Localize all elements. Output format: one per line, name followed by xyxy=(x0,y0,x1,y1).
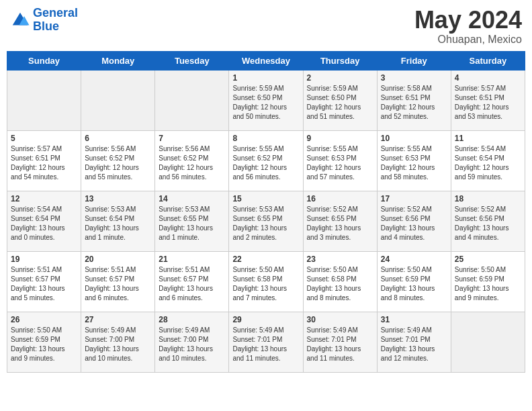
calendar-cell xyxy=(155,70,229,130)
day-number: 28 xyxy=(159,315,225,324)
sunset-label: Sunset: 6:52 PM xyxy=(232,154,282,162)
day-number: 23 xyxy=(307,255,373,264)
sunset-label: Sunset: 6:55 PM xyxy=(232,215,282,222)
calendar-cell: 31 Sunrise: 5:49 AM Sunset: 7:01 PM Dayl… xyxy=(377,312,451,372)
day-number: 4 xyxy=(455,73,521,83)
calendar-cell: 21 Sunrise: 5:51 AM Sunset: 6:57 PM Dayl… xyxy=(155,251,229,312)
daylight-label: Daylight: 13 hours and 11 minutes. xyxy=(232,345,287,362)
day-number: 29 xyxy=(232,315,299,324)
day-number: 6 xyxy=(85,134,151,143)
sunset-label: Sunset: 6:58 PM xyxy=(307,275,357,283)
day-info: Sunrise: 5:53 AM Sunset: 6:55 PM Dayligh… xyxy=(159,205,225,242)
sunset-label: Sunset: 6:51 PM xyxy=(11,154,60,162)
daylight-label: Daylight: 12 hours and 58 minutes. xyxy=(381,164,435,181)
calendar-table: SundayMondayTuesdayWednesdayThursdayFrid… xyxy=(7,51,525,373)
day-number: 30 xyxy=(307,315,373,324)
daylight-label: Daylight: 13 hours and 0 minutes. xyxy=(11,224,65,241)
daylight-label: Daylight: 12 hours and 59 minutes. xyxy=(455,164,509,181)
sunrise-label: Sunrise: 5:52 AM xyxy=(307,205,358,213)
week-row-4: 19 Sunrise: 5:51 AM Sunset: 6:57 PM Dayl… xyxy=(7,251,525,312)
sunset-label: Sunset: 7:00 PM xyxy=(159,336,208,343)
calendar-cell: 9 Sunrise: 5:55 AM Sunset: 6:53 PM Dayli… xyxy=(303,130,377,191)
sunset-label: Sunset: 6:53 PM xyxy=(307,154,357,162)
calendar-cell: 10 Sunrise: 5:55 AM Sunset: 6:53 PM Dayl… xyxy=(377,130,451,191)
sunrise-label: Sunrise: 5:50 AM xyxy=(381,266,432,273)
sunset-label: Sunset: 6:52 PM xyxy=(159,154,208,162)
daylight-label: Daylight: 13 hours and 10 minutes. xyxy=(85,345,139,362)
daylight-label: Daylight: 13 hours and 4 minutes. xyxy=(455,224,509,241)
day-number: 15 xyxy=(232,194,299,203)
calendar-cell: 3 Sunrise: 5:58 AM Sunset: 6:51 PM Dayli… xyxy=(377,70,451,130)
day-header-wednesday: Wednesday xyxy=(229,51,303,70)
sunset-label: Sunset: 6:56 PM xyxy=(455,215,504,222)
day-info: Sunrise: 5:54 AM Sunset: 6:54 PM Dayligh… xyxy=(11,205,77,242)
calendar-cell: 29 Sunrise: 5:49 AM Sunset: 7:01 PM Dayl… xyxy=(229,312,303,372)
daylight-label: Daylight: 13 hours and 5 minutes. xyxy=(11,285,65,302)
day-number: 10 xyxy=(381,134,447,143)
daylight-label: Daylight: 13 hours and 10 minutes. xyxy=(159,345,213,362)
day-number: 31 xyxy=(381,315,447,324)
day-info: Sunrise: 5:49 AM Sunset: 7:00 PM Dayligh… xyxy=(159,326,225,363)
sunrise-label: Sunrise: 5:50 AM xyxy=(11,326,62,334)
day-info: Sunrise: 5:56 AM Sunset: 6:52 PM Dayligh… xyxy=(85,144,151,182)
day-info: Sunrise: 5:55 AM Sunset: 6:52 PM Dayligh… xyxy=(232,144,299,182)
daylight-label: Daylight: 13 hours and 8 minutes. xyxy=(381,285,435,302)
sunrise-label: Sunrise: 5:49 AM xyxy=(307,326,358,334)
sunrise-label: Sunrise: 5:49 AM xyxy=(232,326,283,334)
page-header: GeneralBlue May 2024 Ohuapan, Mexico xyxy=(7,7,525,46)
day-number: 14 xyxy=(159,194,225,203)
calendar-cell xyxy=(451,312,525,372)
calendar-subtitle: Ohuapan, Mexico xyxy=(414,34,522,46)
day-info: Sunrise: 5:58 AM Sunset: 6:51 PM Dayligh… xyxy=(381,84,447,122)
calendar-cell: 19 Sunrise: 5:51 AM Sunset: 6:57 PM Dayl… xyxy=(7,251,81,312)
day-info: Sunrise: 5:56 AM Sunset: 6:52 PM Dayligh… xyxy=(159,144,225,182)
sunset-label: Sunset: 6:57 PM xyxy=(159,275,208,283)
daylight-label: Daylight: 13 hours and 7 minutes. xyxy=(232,285,287,302)
day-number: 1 xyxy=(232,73,299,83)
day-info: Sunrise: 5:52 AM Sunset: 6:55 PM Dayligh… xyxy=(307,205,373,242)
daylight-label: Daylight: 13 hours and 12 minutes. xyxy=(381,345,435,362)
sunrise-label: Sunrise: 5:49 AM xyxy=(159,326,210,334)
day-number: 7 xyxy=(159,134,225,143)
day-info: Sunrise: 5:57 AM Sunset: 6:51 PM Dayligh… xyxy=(11,144,77,182)
sunset-label: Sunset: 7:01 PM xyxy=(307,336,357,343)
calendar-cell: 4 Sunrise: 5:57 AM Sunset: 6:51 PM Dayli… xyxy=(451,70,525,130)
sunrise-label: Sunrise: 5:52 AM xyxy=(455,205,506,213)
day-number: 12 xyxy=(11,194,77,203)
day-header-tuesday: Tuesday xyxy=(155,51,229,70)
day-header-monday: Monday xyxy=(81,51,155,70)
day-number: 17 xyxy=(381,194,447,203)
sunset-label: Sunset: 6:50 PM xyxy=(232,94,282,101)
sunrise-label: Sunrise: 5:53 AM xyxy=(232,205,283,213)
sunrise-label: Sunrise: 5:59 AM xyxy=(307,85,358,92)
day-info: Sunrise: 5:51 AM Sunset: 6:57 PM Dayligh… xyxy=(85,265,151,303)
calendar-cell: 16 Sunrise: 5:52 AM Sunset: 6:55 PM Dayl… xyxy=(303,191,377,251)
sunrise-label: Sunrise: 5:50 AM xyxy=(232,266,283,273)
daylight-label: Daylight: 13 hours and 1 minute. xyxy=(85,224,139,241)
sunrise-label: Sunrise: 5:55 AM xyxy=(307,145,358,152)
sunrise-label: Sunrise: 5:59 AM xyxy=(232,85,283,92)
calendar-cell: 25 Sunrise: 5:50 AM Sunset: 6:59 PM Dayl… xyxy=(451,251,525,312)
sunrise-label: Sunrise: 5:56 AM xyxy=(85,145,136,152)
sunset-label: Sunset: 6:54 PM xyxy=(85,215,134,222)
sunset-label: Sunset: 6:59 PM xyxy=(455,275,504,283)
calendar-cell xyxy=(81,70,155,130)
sunrise-label: Sunrise: 5:52 AM xyxy=(381,205,432,213)
sunset-label: Sunset: 6:54 PM xyxy=(455,154,504,162)
calendar-cell: 5 Sunrise: 5:57 AM Sunset: 6:51 PM Dayli… xyxy=(7,130,81,191)
day-info: Sunrise: 5:49 AM Sunset: 7:01 PM Dayligh… xyxy=(307,326,373,363)
sunset-label: Sunset: 7:00 PM xyxy=(85,336,134,343)
sunrise-label: Sunrise: 5:54 AM xyxy=(11,205,62,213)
day-header-friday: Friday xyxy=(377,51,451,70)
day-info: Sunrise: 5:55 AM Sunset: 6:53 PM Dayligh… xyxy=(381,144,447,182)
sunset-label: Sunset: 6:54 PM xyxy=(11,215,60,222)
days-header-row: SundayMondayTuesdayWednesdayThursdayFrid… xyxy=(7,51,525,70)
week-row-3: 12 Sunrise: 5:54 AM Sunset: 6:54 PM Dayl… xyxy=(7,191,525,251)
day-number: 9 xyxy=(307,134,373,143)
calendar-cell: 6 Sunrise: 5:56 AM Sunset: 6:52 PM Dayli… xyxy=(81,130,155,191)
sunset-label: Sunset: 6:52 PM xyxy=(85,154,134,162)
daylight-label: Daylight: 13 hours and 2 minutes. xyxy=(232,224,287,241)
calendar-title: May 2024 xyxy=(414,7,522,34)
sunset-label: Sunset: 6:55 PM xyxy=(307,215,357,222)
calendar-cell: 15 Sunrise: 5:53 AM Sunset: 6:55 PM Dayl… xyxy=(229,191,303,251)
